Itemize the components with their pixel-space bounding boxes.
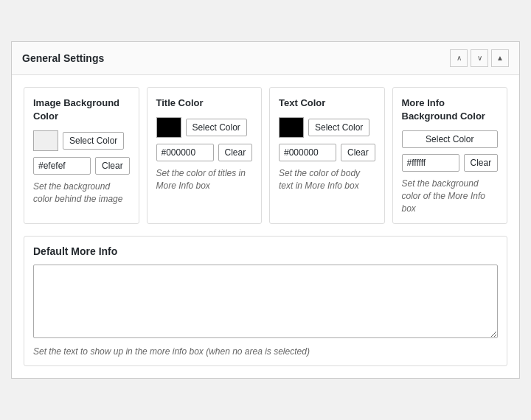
panel-title: General Settings	[22, 52, 104, 64]
panel-body: Image Background Color Select Color Clea…	[12, 75, 519, 379]
image-bg-hex-input[interactable]	[33, 157, 91, 175]
expand-icon: ▲	[496, 54, 504, 62]
title-color-clear-button[interactable]: Clear	[218, 144, 253, 161]
more-info-bg-description: Set the background color of the More Inf…	[402, 178, 499, 214]
image-bg-select-row: Select Color	[33, 130, 130, 151]
title-color-select-row: Select Color	[156, 117, 253, 138]
color-settings-row: Image Background Color Select Color Clea…	[24, 87, 507, 225]
more-info-bg-color-title: More Info Background Color	[402, 97, 499, 123]
image-bg-swatch	[33, 130, 58, 151]
text-color-value-row: Clear	[279, 144, 375, 161]
title-color-title: Title Color	[156, 97, 253, 110]
image-bg-value-row: Clear	[33, 157, 130, 175]
text-color-title: Text Color	[279, 97, 375, 110]
title-color-card: Title Color Select Color Clear Set the c…	[147, 87, 263, 225]
more-info-bg-hex-input[interactable]	[402, 154, 459, 172]
more-info-textarea[interactable]	[33, 265, 498, 338]
more-info-description: Set the text to show up in the more info…	[33, 346, 498, 357]
image-bg-color-title: Image Background Color	[33, 97, 130, 123]
default-more-info-title: Default More Info	[33, 245, 498, 257]
more-info-bg-color-card: More Info Background Color Select Color …	[392, 87, 508, 225]
title-color-value-row: Clear	[156, 144, 253, 161]
text-color-hex-input[interactable]	[279, 144, 336, 161]
expand-button[interactable]: ▲	[491, 49, 509, 67]
text-color-card: Text Color Select Color Clear Set the co…	[269, 87, 385, 225]
panel-header: General Settings ∧ ∨ ▲	[12, 42, 519, 75]
collapse-up-button[interactable]: ∧	[450, 49, 468, 67]
image-bg-select-button[interactable]: Select Color	[63, 132, 124, 150]
default-more-info-section: Default More Info Set the text to show u…	[24, 236, 507, 366]
collapse-down-button[interactable]: ∨	[471, 49, 488, 67]
image-bg-clear-button[interactable]: Clear	[95, 157, 130, 175]
more-info-bg-select-row: Select Color	[402, 130, 499, 148]
image-bg-color-card: Image Background Color Select Color Clea…	[24, 87, 139, 225]
more-info-bg-value-row: Clear	[402, 154, 499, 172]
title-color-swatch	[156, 117, 181, 138]
general-settings-panel: General Settings ∧ ∨ ▲ Image Background …	[11, 41, 520, 379]
text-color-description: Set the color of body text in More Info …	[279, 167, 375, 192]
title-color-hex-input[interactable]	[156, 144, 214, 161]
panel-controls: ∧ ∨ ▲	[450, 49, 509, 67]
title-color-select-button[interactable]: Select Color	[186, 119, 247, 136]
text-color-swatch	[279, 117, 304, 138]
text-color-select-row: Select Color	[279, 117, 375, 138]
text-color-clear-button[interactable]: Clear	[341, 144, 375, 161]
up-arrow-icon: ∧	[457, 54, 462, 62]
text-color-select-button[interactable]: Select Color	[308, 119, 369, 136]
title-color-description: Set the color of titles in More Info box	[156, 167, 253, 192]
more-info-bg-clear-button[interactable]: Clear	[464, 154, 499, 172]
image-bg-description: Set the background color behind the imag…	[33, 181, 130, 206]
down-arrow-icon: ∨	[477, 54, 482, 62]
more-info-bg-select-button[interactable]: Select Color	[402, 130, 499, 148]
